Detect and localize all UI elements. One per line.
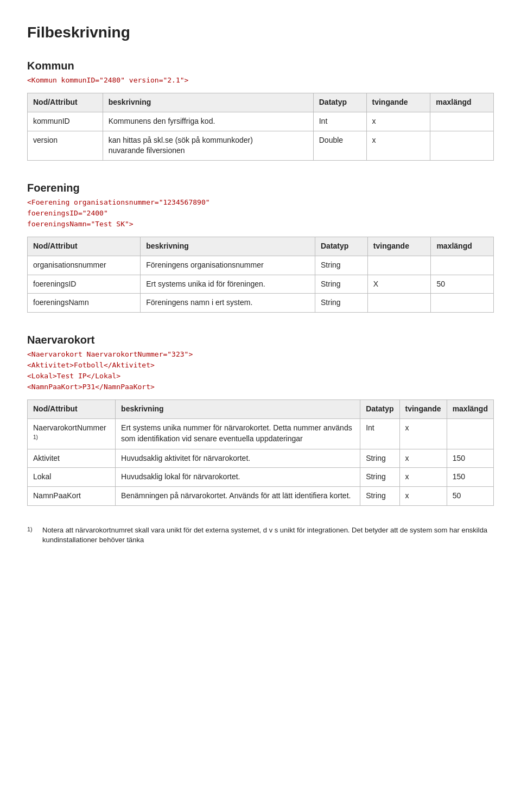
- kommun-xml-line: <Kommun kommunID="2480" version="2.1">: [27, 75, 494, 85]
- desc-cell: Ert systems unika id för föreningen.: [141, 275, 315, 294]
- datatype-cell: String: [315, 294, 368, 313]
- naervarokort-col-datatype: Datatyp: [360, 400, 399, 419]
- required-cell: [367, 256, 431, 275]
- maxlength-cell: 50: [447, 487, 493, 506]
- naervarokort-table-header-row: Nod/Attribut beskrivning Datatyp tvingan…: [28, 400, 494, 419]
- footnote: 1) Notera att närvarokortnumret skall va…: [27, 525, 494, 545]
- datatype-cell: String: [360, 487, 399, 506]
- kommun-xml-block: <Kommun kommunID="2480" version="2.1">: [27, 75, 494, 85]
- node-cell: foereningsNamn: [28, 294, 141, 313]
- kommun-section: Kommun <Kommun kommunID="2480" version="…: [27, 58, 494, 161]
- node-cell: kommunID: [28, 112, 103, 131]
- node-cell: version: [28, 131, 103, 160]
- datatype-cell: String: [315, 275, 368, 294]
- kommunn-col-required: tvingande: [366, 93, 430, 112]
- datatype-cell: String: [360, 468, 399, 487]
- naervarokort-col-required: tvingande: [399, 400, 447, 419]
- table-row: kommunID Kommunens den fyrsiffriga kod. …: [28, 112, 494, 131]
- foerening-section-title: Foerening: [27, 180, 494, 195]
- maxlength-cell: [431, 294, 494, 313]
- foerening-table-header-row: Nod/Attribut beskrivning Datatyp tvingan…: [28, 237, 494, 256]
- table-row: Aktivitet Huvudsaklig aktivitet för närv…: [28, 449, 494, 468]
- desc-cell: Huvudsaklig aktivitet för närvarokortet.: [116, 449, 360, 468]
- node-cell: NamnPaaKort: [28, 487, 116, 506]
- footnote-number: 1): [27, 525, 38, 545]
- datatype-cell: Int: [313, 112, 366, 131]
- maxlength-cell: 50: [431, 275, 494, 294]
- kommun-section-title: Kommun: [27, 58, 494, 73]
- naervarokort-col-description: beskrivning: [116, 400, 360, 419]
- naervarokort-section: Naervarokort <Naervarokort NaervarokortN…: [27, 332, 494, 506]
- table-row: NaervarokortNummer 1) Ert systems unika …: [28, 419, 494, 449]
- naervarokort-xml-line-3: <Lokal>Test IP</Lokal>: [27, 371, 494, 381]
- naervarokort-xml-line-4: <NamnPaaKort>P31</NamnPaaKort>: [27, 382, 494, 392]
- kommunn-col-maxlength: maxlängd: [430, 93, 494, 112]
- foerening-table: Nod/Attribut beskrivning Datatyp tvingan…: [27, 237, 494, 312]
- foerening-col-datatype: Datatyp: [315, 237, 368, 256]
- desc-cell: Benämningen på närvarokortet. Används fö…: [116, 487, 360, 506]
- table-row: NamnPaaKort Benämningen på närvarokortet…: [28, 487, 494, 506]
- maxlength-cell: [430, 131, 494, 160]
- foerening-xml-block: <Foerening organisationsnummer="12345678…: [27, 198, 494, 230]
- table-row: organisationsnummer Föreningens organisa…: [28, 256, 494, 275]
- required-cell: x: [399, 468, 447, 487]
- required-cell: x: [366, 131, 430, 160]
- required-cell: x: [399, 419, 447, 449]
- naervarokort-xml-line-2: <Aktivitet>Fotboll</Aktivitet>: [27, 360, 494, 370]
- node-cell: NaervarokortNummer 1): [28, 419, 116, 449]
- required-cell: X: [367, 275, 431, 294]
- kommunn-table-header-row: Nod/Attribut beskrivning Datatyp tvingan…: [28, 93, 494, 112]
- foerening-col-required: tvingande: [367, 237, 431, 256]
- foerening-xml-line-3: foereningsNamn="Test SK">: [27, 219, 494, 229]
- maxlength-cell: 150: [447, 468, 493, 487]
- desc-cell: kan hittas på skl.se (sök på kommunkoder…: [103, 131, 313, 160]
- node-cell: Aktivitet: [28, 449, 116, 468]
- node-cell: foereningsID: [28, 275, 141, 294]
- foerening-section: Foerening <Foerening organisationsnummer…: [27, 180, 494, 313]
- required-cell: x: [366, 112, 430, 131]
- node-cell: organisationsnummer: [28, 256, 141, 275]
- footnote-text: Notera att närvarokortnumret skall vara …: [42, 525, 494, 545]
- datatype-cell: String: [315, 256, 368, 275]
- maxlength-cell: 150: [447, 449, 493, 468]
- required-cell: x: [399, 487, 447, 506]
- desc-cell: Kommunens den fyrsiffriga kod.: [103, 112, 313, 131]
- kommunn-col-datatype: Datatyp: [313, 93, 366, 112]
- datatype-cell: String: [360, 449, 399, 468]
- naervarokort-col-node: Nod/Attribut: [28, 400, 116, 419]
- foerening-xml-line-2: foereningsID="2400": [27, 208, 494, 218]
- datatype-cell: Double: [313, 131, 366, 160]
- superscript: 1): [33, 434, 38, 440]
- page-title: Filbeskrivning: [27, 22, 494, 43]
- table-row: Lokal Huvudsaklig lokal för närvarokorte…: [28, 468, 494, 487]
- node-cell: Lokal: [28, 468, 116, 487]
- table-row: foereningsNamn Föreningens namn i ert sy…: [28, 294, 494, 313]
- naervarokort-xml-block: <Naervarokort NaervarokortNummer="323"> …: [27, 350, 494, 392]
- required-cell: x: [399, 449, 447, 468]
- foerening-col-description: beskrivning: [141, 237, 315, 256]
- kommun-table: Nod/Attribut beskrivning Datatyp tvingan…: [27, 93, 494, 160]
- kommunn-col-node: Nod/Attribut: [28, 93, 103, 112]
- maxlength-cell: [430, 112, 494, 131]
- desc-cell: Föreningens namn i ert system.: [141, 294, 315, 313]
- kommunn-col-description: beskrivning: [103, 93, 313, 112]
- desc-cell: Föreningens organisationsnummer: [141, 256, 315, 275]
- desc-cell: Huvudsaklig lokal för närvarokortet.: [116, 468, 360, 487]
- foerening-col-node: Nod/Attribut: [28, 237, 141, 256]
- desc-cell: Ert systems unika nummer för närvarokort…: [116, 419, 360, 449]
- datatype-cell: Int: [360, 419, 399, 449]
- naervarokort-xml-line-1: <Naervarokort NaervarokortNummer="323">: [27, 350, 494, 359]
- maxlength-cell: [447, 419, 493, 449]
- table-row: foereningsID Ert systems unika id för fö…: [28, 275, 494, 294]
- required-cell: [367, 294, 431, 313]
- naervarokort-section-title: Naervarokort: [27, 332, 494, 347]
- table-row: version kan hittas på skl.se (sök på kom…: [28, 131, 494, 160]
- foerening-col-maxlength: maxlängd: [431, 237, 494, 256]
- naervarokort-col-maxlength: maxlängd: [447, 400, 493, 419]
- foerening-xml-line-1: <Foerening organisationsnummer="12345678…: [27, 198, 494, 207]
- maxlength-cell: [431, 256, 494, 275]
- naervarokort-table: Nod/Attribut beskrivning Datatyp tvingan…: [27, 399, 494, 505]
